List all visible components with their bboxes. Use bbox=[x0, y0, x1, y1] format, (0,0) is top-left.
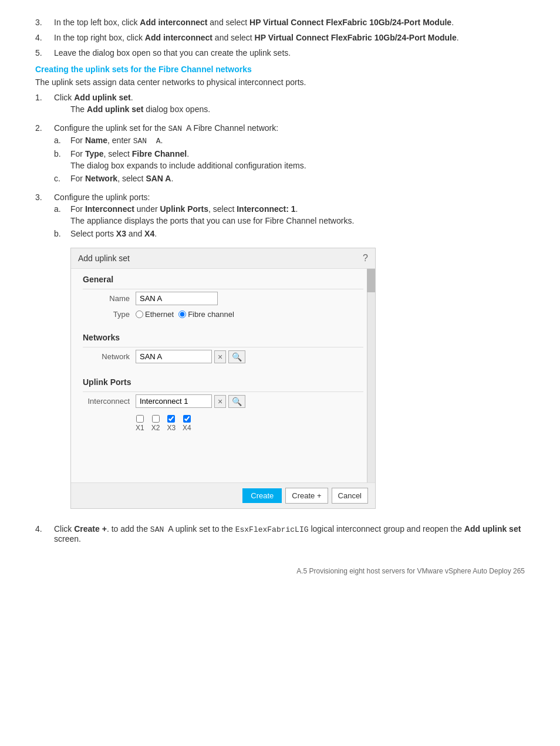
help-icon[interactable]: ? bbox=[363, 253, 368, 264]
network-input[interactable] bbox=[136, 350, 212, 363]
interconnect-input[interactable] bbox=[136, 394, 212, 408]
step1-bold: Add uplink set bbox=[74, 93, 130, 102]
step2-sub-b-content: For Type, select Fibre Channel. The dial… bbox=[70, 149, 525, 170]
interconnect-label: Interconnect bbox=[83, 397, 136, 406]
step1-sub-1: The Add uplink set dialog box opens. bbox=[54, 104, 525, 114]
step3a-note: The appliance displays the ports that yo… bbox=[70, 216, 525, 225]
step3a-bold2: Uplink Ports bbox=[160, 204, 208, 214]
step2-sub-a-content: For Name, enter SAN A. bbox=[70, 136, 525, 146]
dialog-footer: Create Create + Cancel bbox=[71, 482, 375, 508]
step-4-content: In the top right box, click Add intercon… bbox=[54, 33, 525, 42]
main-step-3-content: Configure the uplink ports: a. For Inter… bbox=[54, 193, 525, 518]
step2a-mono: SAN A bbox=[133, 137, 161, 146]
interconnect-search-icon[interactable]: 🔍 bbox=[228, 395, 245, 408]
port-x4-checkbox[interactable] bbox=[183, 415, 191, 423]
step-3-num: 3. bbox=[35, 18, 54, 27]
type-ethernet-radio[interactable] bbox=[136, 310, 143, 318]
create-button[interactable]: Create bbox=[242, 488, 282, 503]
step2b-bold1: Type bbox=[85, 149, 104, 158]
port-x3-checkbox[interactable] bbox=[167, 415, 175, 423]
step4-mono1: SAN bbox=[150, 525, 164, 534]
bottom-step-4-content: Click Create +. to add the SAN A uplink … bbox=[54, 524, 525, 544]
step-4: 4. In the top right box, click Add inter… bbox=[35, 33, 525, 42]
main-step-3: 3. Configure the uplink ports: a. For In… bbox=[35, 193, 525, 518]
network-search-icon[interactable]: 🔍 bbox=[228, 350, 245, 363]
networks-section: Networks Network × 🔍 bbox=[71, 327, 375, 372]
main-step-2-content: Configure the uplink set for the SAN A F… bbox=[54, 123, 525, 187]
step-5-num: 5. bbox=[35, 48, 54, 58]
section-intro: The uplink sets assign data center netwo… bbox=[35, 77, 525, 87]
main-steps-list: 1. Click Add uplink set. The Add uplink … bbox=[35, 93, 525, 518]
step2-sub-c-content: For Network, select SAN A. bbox=[70, 174, 525, 183]
step3-sub-b-content: Select ports X3 and X4. bbox=[70, 229, 525, 238]
step-4-num: 4. bbox=[35, 33, 54, 42]
step-5-content: Leave the dialog box open so that you ca… bbox=[54, 48, 525, 58]
step4-bold2: Add uplink set bbox=[464, 524, 521, 534]
port-x2: X2 bbox=[151, 415, 160, 432]
name-label: Name bbox=[83, 294, 136, 303]
step3b-bold2: X4 bbox=[144, 229, 154, 238]
scrollbar-thumb[interactable] bbox=[367, 269, 375, 292]
section-heading: Creating the uplink sets for the Fibre C… bbox=[35, 65, 525, 74]
step2-sub-list: a. For Name, enter SAN A. b. For Type, s… bbox=[54, 136, 525, 183]
network-label: Network bbox=[83, 352, 136, 361]
step2b-bold2: Fibre Channel bbox=[132, 149, 187, 158]
type-row: Type Ethernet Fibre channel bbox=[83, 310, 363, 319]
step1-sub-label bbox=[54, 104, 70, 114]
networks-section-title: Networks bbox=[83, 333, 363, 342]
port-x1-checkbox[interactable] bbox=[136, 415, 144, 423]
type-label: Type bbox=[83, 310, 136, 319]
step-4-bold-2: HP Virtual Connect FlexFabric 10Gb/24-Po… bbox=[255, 33, 457, 42]
port-x2-label: X2 bbox=[151, 424, 160, 432]
page-footer: A.5 Provisioning eight host servers for … bbox=[35, 567, 525, 575]
network-input-wrap: × 🔍 bbox=[136, 350, 245, 363]
main-step-2: 2. Configure the uplink set for the SAN … bbox=[35, 123, 525, 187]
name-input[interactable] bbox=[136, 292, 218, 305]
dialog-wrapper: Add uplink set ? General bbox=[70, 248, 525, 509]
step2-sub-c: c. For Network, select SAN A. bbox=[54, 174, 525, 183]
step2-sub-a-label: a. bbox=[54, 136, 70, 146]
interconnect-clear-icon[interactable]: × bbox=[214, 395, 226, 408]
dialog-titlebar: Add uplink set ? bbox=[71, 248, 375, 269]
network-clear-icon[interactable]: × bbox=[214, 350, 226, 363]
uplink-divider bbox=[83, 391, 363, 392]
step-3: 3. In the top left box, click Add interc… bbox=[35, 18, 525, 27]
networks-divider bbox=[83, 347, 363, 347]
step1-sub-content: The Add uplink set dialog box opens. bbox=[70, 104, 525, 114]
cancel-button[interactable]: Cancel bbox=[332, 488, 368, 504]
step2-sub-c-label: c. bbox=[54, 174, 70, 183]
top-steps-list: 3. In the top left box, click Add interc… bbox=[35, 18, 525, 58]
main-step-2-num: 2. bbox=[35, 123, 54, 187]
ports-row: X1 X2 X3 bbox=[83, 413, 363, 434]
step3a-bold3: Interconnect: 1 bbox=[237, 204, 295, 214]
step2-sub-a: a. For Name, enter SAN A. bbox=[54, 136, 525, 146]
step3a-bold1: Interconnect bbox=[85, 204, 134, 214]
step2b-note: The dialog box expands to include additi… bbox=[70, 161, 525, 170]
step-5: 5. Leave the dialog box open so that you… bbox=[35, 48, 525, 58]
type-fibre-radio[interactable] bbox=[178, 310, 186, 318]
step-3-bold-1: Add interconnect bbox=[140, 18, 207, 27]
port-x1-label: X1 bbox=[136, 424, 144, 432]
bottom-step-4-num: 4. bbox=[35, 524, 54, 544]
interconnect-row: Interconnect × 🔍 bbox=[83, 394, 363, 408]
step3-sub-a: a. For Interconnect under Uplink Ports, … bbox=[54, 204, 525, 225]
name-row: Name bbox=[83, 292, 363, 305]
bottom-step-4: 4. Click Create +. to add the SAN A upli… bbox=[35, 524, 525, 544]
scrollbar-track[interactable] bbox=[367, 269, 375, 482]
step-3-content: In the top left box, click Add interconn… bbox=[54, 18, 525, 27]
step2c-bold2: SAN A bbox=[146, 174, 171, 183]
type-fibre-label[interactable]: Fibre channel bbox=[178, 310, 234, 319]
uplink-ports-section-title: Uplink Ports bbox=[83, 377, 363, 387]
ports-checkbox-group: X1 X2 X3 bbox=[136, 415, 191, 432]
create-plus-button[interactable]: Create + bbox=[285, 488, 328, 504]
step3b-bold1: X3 bbox=[116, 229, 126, 238]
network-row: Network × 🔍 bbox=[83, 350, 363, 363]
step2-sub-b-label: b. bbox=[54, 149, 70, 170]
step1-sub-list: The Add uplink set dialog box opens. bbox=[54, 104, 525, 114]
port-x2-checkbox[interactable] bbox=[152, 415, 160, 423]
type-ethernet-label[interactable]: Ethernet bbox=[136, 310, 174, 319]
step-4-bold-1: Add interconnect bbox=[145, 33, 212, 42]
type-fibre-text: Fibre channel bbox=[188, 310, 234, 319]
dialog-title: Add uplink set bbox=[78, 254, 130, 263]
step2a-bold1: Name bbox=[85, 136, 107, 145]
